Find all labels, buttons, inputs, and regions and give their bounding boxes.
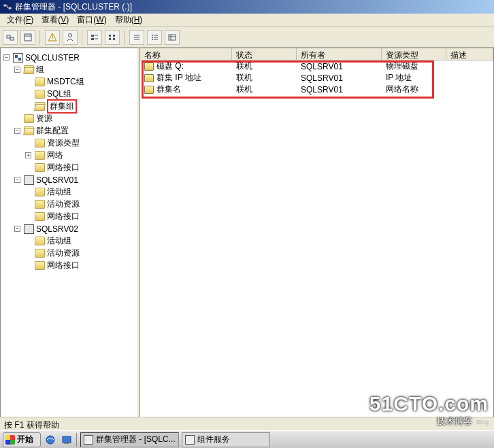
- folder-icon: [35, 237, 45, 245]
- tree-srv1-netif[interactable]: 网络接口: [25, 211, 137, 222]
- tree-root[interactable]: − SQLCLUSTER: [3, 52, 137, 63]
- collapse-icon[interactable]: −: [14, 128, 20, 134]
- folder-icon: [35, 163, 45, 172]
- toolbar-btn-2[interactable]: [20, 30, 35, 45]
- selected-highlight: 群集组: [47, 99, 77, 114]
- tree-server2[interactable]: −SQLSRV02: [14, 223, 137, 235]
- quicklaunch-ie[interactable]: [44, 433, 57, 447]
- menu-window[interactable]: 窗口(W): [73, 14, 110, 27]
- svg-point-22: [152, 37, 153, 38]
- svg-point-30: [46, 436, 54, 444]
- toolbar: [0, 27, 494, 48]
- server-icon: [24, 224, 34, 234]
- main-split: − SQLCLUSTER − 组 MSDTC组 SQL组: [0, 48, 494, 430]
- collapse-icon[interactable]: −: [3, 54, 10, 61]
- toolbar-btn-4[interactable]: [63, 30, 78, 45]
- list-row[interactable]: 群集 IP 地址 联机 SQLSRV01 IP 地址: [140, 72, 493, 84]
- taskbar: 开始 群集管理器 - [SQLC... 组件服务: [0, 430, 494, 448]
- folder-open-icon: [24, 126, 34, 135]
- collapse-icon[interactable]: −: [14, 226, 20, 232]
- col-type[interactable]: 资源类型: [382, 48, 446, 60]
- folder-open-icon: [24, 65, 34, 74]
- folder-icon: [35, 200, 45, 209]
- tree-srv1-active-res[interactable]: 活动资源: [25, 199, 137, 210]
- toolbar-separator: [82, 30, 83, 45]
- window-title: 群集管理器 - [SQLCLUSTER (.)]: [15, 1, 491, 13]
- folder-icon: [35, 261, 45, 270]
- col-desc[interactable]: 描述: [446, 48, 493, 60]
- list-pane[interactable]: 名称 状态 所有者 资源类型 描述 磁盘 Q: 联机 SQLSRV01 物理磁盘…: [139, 48, 494, 430]
- list-body: 磁盘 Q: 联机 SQLSRV01 物理磁盘 群集 IP 地址 联机 SQLSR…: [140, 61, 493, 95]
- svg-point-21: [152, 35, 153, 36]
- tree-server1[interactable]: −SQLSRV01: [14, 174, 137, 186]
- toolbar-separator: [39, 30, 41, 45]
- svg-rect-0: [3, 4, 7, 7]
- tree-group-msdtc[interactable]: MSDTC组: [25, 76, 137, 88]
- tree-net-interfaces[interactable]: 网络接口: [25, 162, 137, 173]
- svg-rect-32: [64, 443, 69, 444]
- taskbar-app-comsvc[interactable]: 组件服务: [182, 432, 270, 447]
- svg-rect-14: [109, 35, 111, 37]
- server-icon: [24, 175, 34, 185]
- folder-icon: [35, 188, 45, 196]
- svg-rect-15: [109, 38, 111, 40]
- menu-view[interactable]: 查看(V): [37, 14, 73, 27]
- toolbar-btn-3[interactable]: [45, 30, 60, 45]
- taskbar-app-cluster[interactable]: 群集管理器 - [SQLC...: [80, 432, 179, 447]
- resource-icon: [144, 63, 154, 71]
- status-text: 按 F1 获得帮助: [4, 420, 59, 430]
- folder-icon: [35, 77, 45, 86]
- resource-icon: [144, 86, 154, 94]
- toolbar-btn-5[interactable]: [87, 30, 102, 45]
- folder-icon: [35, 90, 45, 99]
- folder-icon: [35, 151, 45, 160]
- taskbar-separator: [76, 433, 78, 447]
- tree-group-cluster[interactable]: 群集组: [25, 101, 137, 112]
- svg-rect-10: [91, 35, 94, 37]
- menu-file[interactable]: 文件(F): [3, 14, 37, 27]
- svg-rect-5: [24, 34, 31, 41]
- folder-icon: [35, 249, 45, 258]
- tree-networks[interactable]: +网络: [25, 150, 137, 161]
- tree-srv2-active-groups[interactable]: 活动组: [25, 235, 137, 247]
- toolbar-btn-9[interactable]: [165, 30, 180, 45]
- watermark: 51CTO.com 技术博客Blog: [369, 392, 489, 428]
- tree-pane[interactable]: − SQLCLUSTER − 组 MSDTC组 SQL组: [0, 48, 139, 430]
- toolbar-btn-1[interactable]: [3, 30, 18, 45]
- svg-rect-27: [169, 35, 176, 40]
- menu-help[interactable]: 帮助(H): [111, 14, 147, 27]
- tree-cluster-config[interactable]: −群集配置: [14, 125, 137, 137]
- col-owner[interactable]: 所有者: [297, 48, 382, 60]
- col-status[interactable]: 状态: [232, 48, 297, 60]
- svg-rect-1: [8, 7, 12, 10]
- cluster-icon: [13, 53, 23, 63]
- folder-icon: [35, 139, 45, 148]
- folder-icon: [35, 212, 45, 221]
- tree-resources[interactable]: 资源: [14, 113, 137, 124]
- quicklaunch-desktop[interactable]: [60, 433, 73, 447]
- toolbar-btn-8[interactable]: [147, 30, 162, 45]
- folder-icon: [24, 114, 34, 123]
- tree-resource-types[interactable]: 资源类型: [25, 137, 137, 149]
- toolbar-btn-6[interactable]: [105, 30, 120, 45]
- list-row[interactable]: 群集名 联机 SQLSRV01 网络名称: [140, 84, 493, 95]
- toolbar-separator: [124, 30, 125, 45]
- menu-bar: 文件(F) 查看(V) 窗口(W) 帮助(H): [0, 14, 494, 27]
- tree-group-sql[interactable]: SQL组: [25, 88, 137, 100]
- window-titlebar: 群集管理器 - [SQLCLUSTER (.)]: [0, 0, 494, 14]
- collapse-icon[interactable]: −: [14, 177, 20, 183]
- folder-open-icon: [35, 102, 45, 111]
- tree-groups[interactable]: − 组: [14, 64, 137, 75]
- toolbar-btn-7[interactable]: [129, 30, 144, 45]
- resource-icon: [144, 74, 154, 82]
- tree-srv2-netif[interactable]: 网络接口: [25, 260, 137, 271]
- tree-srv2-active-res[interactable]: 活动资源: [25, 247, 137, 259]
- tree-srv1-active-groups[interactable]: 活动组: [25, 186, 137, 198]
- list-row[interactable]: 磁盘 Q: 联机 SQLSRV01 物理磁盘: [140, 61, 493, 72]
- start-button[interactable]: 开始: [3, 432, 41, 447]
- svg-point-23: [152, 39, 153, 40]
- col-name[interactable]: 名称: [140, 48, 232, 60]
- expand-icon[interactable]: +: [25, 152, 31, 158]
- app-icon: [3, 2, 12, 12]
- collapse-icon[interactable]: −: [14, 67, 20, 73]
